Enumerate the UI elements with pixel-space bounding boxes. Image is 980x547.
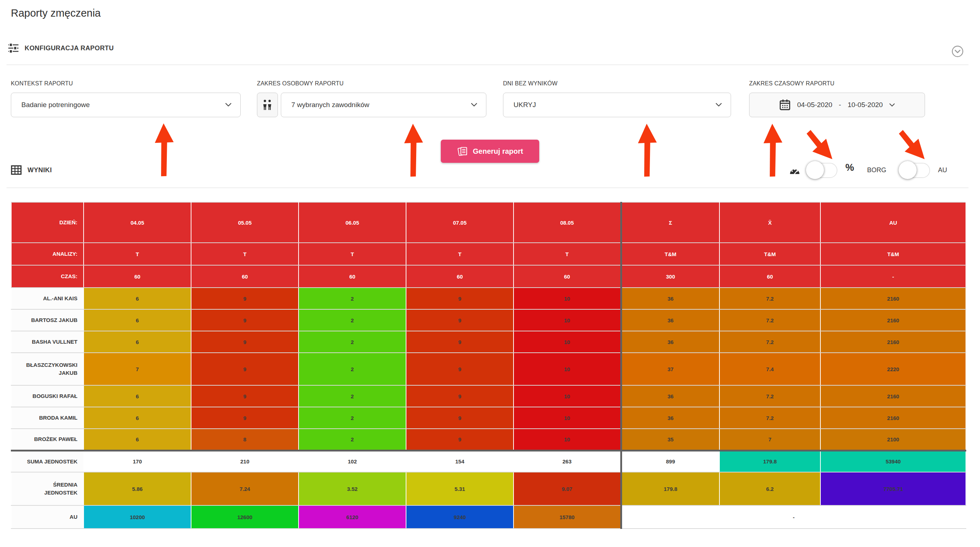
fatigue-reports-page: Raporty zmęczenia KONFIGURACJA RAPORTU K… [0,0,980,547]
value-cell: 2 [299,309,406,331]
report-context-label: KONTEKST RAPORTU [11,80,241,87]
chevron-down-icon [716,103,722,107]
value-cell: 9 [406,331,514,353]
chevron-down-icon [225,103,232,107]
value-cell: 899 [621,450,719,472]
field-report-context: KONTEKST RAPORTU Badanie potreningowe [11,80,241,117]
value-cell: 36 [621,331,719,353]
percent-toggle-knob [806,161,824,179]
personal-scope-value: 7 wybranych zawodników [291,101,471,109]
arrow-report-context [154,123,175,177]
arrow-personal-scope [404,123,424,177]
table-header-row: ANALIZY:TTTTTT&MT&MT&M [11,243,966,265]
value-cell: 6 [84,385,191,407]
value-cell: - [621,506,966,528]
header-cell: 04.05 [84,202,191,243]
value-cell: 9 [406,288,514,309]
generate-report-label: Generuj raport [473,147,523,156]
header-cell: 07.05 [406,202,514,243]
generate-report-button[interactable]: Generuj raport [441,140,539,163]
date-range-picker[interactable]: 04-05-2020 - 10-05-2020 [749,92,925,117]
au-label: AU [938,166,947,174]
header-cell: T [406,243,514,265]
header-cell: 60 [514,265,621,288]
row-label: AL.-ANI KAIS [11,288,84,309]
borg-au-toggle[interactable] [899,163,930,178]
value-cell: 36 [621,288,719,309]
field-days-without-results: DNI BEZ WYNIKÓW UKRYJ [503,80,731,117]
value-cell: 10 [514,385,621,407]
table-header-row: DZIEŃ:04.0505.0506.0507.0508.05ΣX̄AU [11,202,966,243]
value-cell: 12600 [191,506,299,528]
value-cell: 6 [84,407,191,429]
days-without-results-value: UKRYJ [514,101,716,109]
value-cell: 2160 [820,385,966,407]
value-cell: 6120 [299,506,406,528]
value-cell: 35 [621,429,719,450]
header-cell: 06.05 [299,202,406,243]
collapse-config-button[interactable] [951,45,964,58]
value-cell: 9 [191,331,299,353]
table-row: BOGUSKI RAFAŁ692910367.22160 [11,385,966,407]
header-cell: T [191,243,299,265]
table-grid-icon [11,165,22,175]
row-label: BROŻEK PAWEŁ [11,429,84,450]
value-cell: 6 [84,331,191,353]
value-cell: 2 [299,407,406,429]
value-cell: 6 [84,288,191,309]
results-table-body: DZIEŃ:04.0505.0506.0507.0508.05ΣX̄AUANAL… [11,202,966,528]
report-context-select[interactable]: Badanie potreningowe [11,92,241,117]
value-cell: 7.24 [191,472,299,506]
row-label: BRODA KAMIL [11,407,84,429]
row-label: ŚREDNIA JEDNOSTEK [11,472,84,506]
value-cell: 3.52 [299,472,406,506]
value-cell: 36 [621,309,719,331]
header-cell: T [84,243,191,265]
borg-label: BORG [867,166,886,174]
date-from: 04-05-2020 [797,101,832,109]
value-cell: 9 [191,353,299,385]
table-row: ŚREDNIA JEDNOSTEK5.867.243.525.319.07179… [11,472,966,506]
header-cell: 60 [191,265,299,288]
days-without-results-select[interactable]: UKRYJ [503,92,731,117]
value-cell: 2160 [820,309,966,331]
percent-toggle[interactable] [806,163,837,178]
header-cell: T&M [719,243,820,265]
date-separator: - [839,101,841,109]
borg-au-toggle-knob [899,161,917,179]
results-table: DZIEŃ:04.0505.0506.0507.0508.05ΣX̄AUANAL… [11,202,966,529]
date-to: 10-05-2020 [848,101,883,109]
value-cell: 7.2 [719,309,820,331]
chevron-down-icon [471,103,477,107]
value-cell: 10 [514,353,621,385]
sliders-icon [8,43,19,54]
value-cell: 7.2 [719,288,820,309]
value-cell: 8 [191,429,299,450]
value-cell: 6 [84,309,191,331]
value-cell: 6 [84,429,191,450]
value-cell: 170 [84,450,191,472]
value-cell: 2100 [820,429,966,450]
arrow-percent-toggle [801,126,839,166]
value-cell: 10 [514,407,621,429]
value-cell: 2160 [820,331,966,353]
row-label: SUMA JEDNOSTEK [11,450,84,472]
days-without-results-label: DNI BEZ WYNIKÓW [503,80,731,87]
config-section-header: KONFIGURACJA RAPORTU [8,43,114,54]
value-cell: 9 [191,407,299,429]
value-cell: 9 [406,407,514,429]
personal-scope-select[interactable]: 7 wybranych zawodników [281,92,486,117]
header-cell: T [514,243,621,265]
arrow-days-without-results [637,123,658,177]
value-cell: 9 [406,309,514,331]
header-cell: 08.05 [514,202,621,243]
value-cell: 210 [191,450,299,472]
header-cell: - [820,265,966,288]
table-row: BŁASZCZYKOWSKI JAKUB792910377.42220 [11,353,966,385]
value-cell: 9.07 [514,472,621,506]
players-icon-button[interactable] [257,92,278,117]
field-personal-scope: ZAKRES OSOBOWY RAPORTU 7 wybranych zawod… [257,80,486,117]
header-cell: T&M [820,243,966,265]
value-cell: 2 [299,331,406,353]
value-cell: 9 [191,385,299,407]
